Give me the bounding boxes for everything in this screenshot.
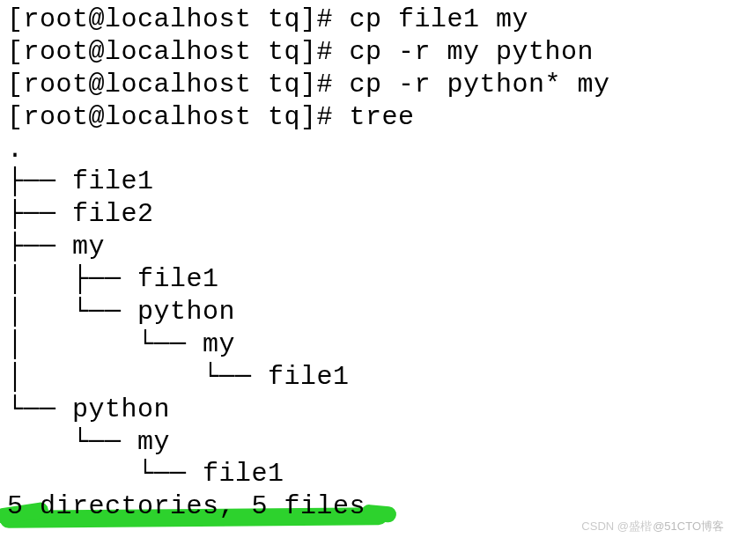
- tree-summary: 5 directories, 5 files: [7, 490, 724, 523]
- terminal-line: [root@localhost tq]# cp -r python* my: [7, 69, 724, 101]
- tree-node: └── my: [7, 426, 724, 459]
- tree-node: │ └── my: [7, 328, 724, 361]
- tree-node: ├── my: [7, 231, 724, 263]
- tree-node: ├── file1: [7, 166, 724, 198]
- tree-node: └── python: [7, 394, 724, 426]
- tree-node: │ └── file1: [7, 361, 724, 394]
- tree-node: ├── file2: [7, 198, 724, 231]
- tree-node: │ ├── file1: [7, 263, 724, 296]
- terminal-line: [root@localhost tq]# cp -r my python: [7, 36, 724, 69]
- tree-node: │ └── python: [7, 296, 724, 328]
- tree-node: └── file1: [7, 458, 724, 490]
- terminal-line: [root@localhost tq]# tree: [7, 101, 724, 134]
- terminal-line: [root@localhost tq]# cp file1 my: [7, 4, 724, 36]
- tree-root: .: [7, 134, 724, 166]
